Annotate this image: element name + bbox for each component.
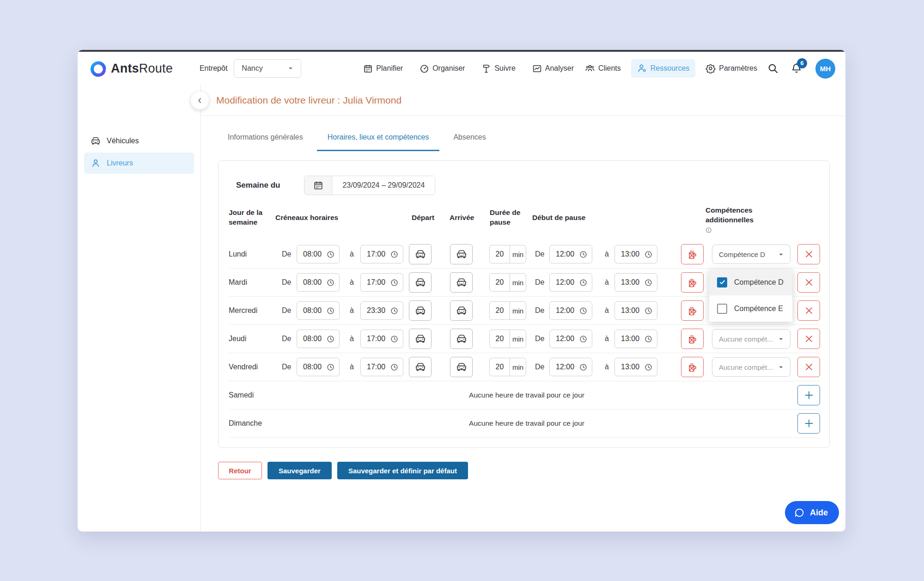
- start-time-input[interactable]: 08:00: [297, 301, 340, 320]
- pause-end-input[interactable]: 13:00: [614, 358, 657, 376]
- start-time-input[interactable]: 08:00: [297, 358, 340, 376]
- nav-item-analyser[interactable]: Analyser: [532, 64, 574, 73]
- pause-start-input[interactable]: 12:00: [549, 358, 592, 376]
- arrival-location-button[interactable]: [450, 244, 473, 264]
- end-time-input[interactable]: 17:00: [360, 245, 403, 263]
- pause-duration-input[interactable]: 20min: [489, 358, 526, 376]
- pause-duration-input[interactable]: 20min: [489, 245, 526, 263]
- delete-row-button[interactable]: [797, 300, 820, 321]
- pause-start-input[interactable]: 12:00: [549, 245, 592, 263]
- remove-break-button[interactable]: [681, 357, 704, 377]
- sidebar: Véhicules Livreurs: [78, 85, 201, 532]
- car-icon: [415, 277, 426, 288]
- checkbox-checked[interactable]: [717, 277, 727, 287]
- arrival-location-button[interactable]: [450, 357, 473, 377]
- save-button[interactable]: Sauvegarder: [267, 462, 332, 479]
- departure-location-button[interactable]: [409, 300, 432, 321]
- remove-break-button[interactable]: [681, 244, 704, 264]
- row-jeudi: Jeudi De 08:00 à 17:00 20min De 12:00 à …: [229, 325, 819, 353]
- nav-item-parametres[interactable]: Paramètres: [705, 63, 757, 73]
- no-break-icon: [687, 305, 698, 317]
- departure-location-button[interactable]: [409, 357, 432, 377]
- skills-dropdown[interactable]: Aucune compét...: [712, 329, 790, 349]
- add-schedule-button[interactable]: [797, 413, 820, 434]
- clock-icon: [390, 307, 398, 315]
- skills-dropdown[interactable]: Aucune compét...: [712, 357, 790, 377]
- add-schedule-button[interactable]: [797, 385, 820, 405]
- start-time-input[interactable]: 08:00: [297, 245, 340, 263]
- col-header-arrival: Arrivée: [450, 213, 474, 223]
- clock-icon: [390, 251, 398, 258]
- arrival-location-button[interactable]: [450, 272, 473, 293]
- remove-break-button[interactable]: [681, 300, 704, 321]
- sidebar-item-livreurs[interactable]: Livreurs: [84, 153, 194, 174]
- end-time-input[interactable]: 17:00: [360, 273, 403, 292]
- notifications-button[interactable]: 6: [790, 62, 802, 74]
- delete-row-button[interactable]: [797, 357, 820, 377]
- tab-absences[interactable]: Absences: [453, 133, 486, 151]
- delete-row-button[interactable]: [797, 244, 820, 264]
- start-time-input[interactable]: 08:00: [297, 273, 340, 292]
- car-icon: [456, 249, 467, 260]
- back-action-button[interactable]: Retour: [218, 462, 262, 479]
- departure-location-button[interactable]: [409, 329, 432, 349]
- pause-start-input[interactable]: 12:00: [549, 273, 592, 292]
- car-icon: [415, 361, 426, 373]
- warehouse-select[interactable]: Nancy: [234, 59, 301, 78]
- search-button[interactable]: [767, 63, 778, 74]
- departure-location-button[interactable]: [409, 272, 432, 293]
- remove-break-button[interactable]: [681, 329, 704, 349]
- remove-break-button[interactable]: [681, 272, 704, 293]
- week-picker[interactable]: 23/09/2024 – 29/09/2024: [304, 176, 435, 195]
- tab-horaires-lieux-competences[interactable]: Horaires, lieux et compétences: [317, 133, 440, 151]
- back-button[interactable]: [191, 92, 209, 110]
- pause-duration-input[interactable]: 20min: [489, 301, 526, 320]
- nav-item-ressources[interactable]: Ressources: [631, 59, 695, 78]
- col-header-pause-duration: Durée de pause: [490, 208, 523, 227]
- end-time-input[interactable]: 23:30: [360, 301, 403, 320]
- help-button[interactable]: Aide: [785, 501, 839, 524]
- tab-informations-generales[interactable]: Informations générales: [228, 133, 303, 151]
- close-icon: [804, 334, 814, 344]
- checkbox-unchecked[interactable]: [717, 304, 727, 314]
- skills-dropdown[interactable]: Compétence D: [712, 245, 790, 264]
- pause-start-input[interactable]: 12:00: [549, 330, 592, 348]
- skills-option-competence-e[interactable]: Compétence E: [709, 295, 792, 322]
- pause-end-input[interactable]: 13:00: [614, 245, 657, 263]
- calendar-icon: [304, 176, 332, 195]
- no-break-icon: [687, 333, 698, 345]
- pause-end-input[interactable]: 13:00: [614, 330, 657, 348]
- nav-item-suivre[interactable]: Suivre: [481, 64, 515, 73]
- skills-option-competence-d[interactable]: Compétence D: [709, 269, 792, 295]
- pause-end-input[interactable]: 13:00: [614, 301, 657, 320]
- pause-start-input[interactable]: 12:00: [549, 301, 592, 320]
- delete-row-button[interactable]: [797, 272, 820, 293]
- delete-row-button[interactable]: [797, 329, 820, 349]
- week-range: 23/09/2024 – 29/09/2024: [332, 176, 435, 195]
- people-icon: [585, 63, 595, 73]
- start-time-input[interactable]: 08:00: [297, 330, 340, 348]
- sidebar-item-vehicules[interactable]: Véhicules: [84, 130, 194, 152]
- warehouse-value: Nancy: [242, 64, 262, 73]
- pause-end-input[interactable]: 13:00: [614, 273, 657, 292]
- end-time-input[interactable]: 17:00: [360, 330, 403, 348]
- avatar[interactable]: MH: [815, 59, 835, 79]
- arrival-location-button[interactable]: [450, 300, 473, 321]
- pause-duration-input[interactable]: 20min: [489, 330, 526, 348]
- end-time-input[interactable]: 17:00: [360, 358, 403, 376]
- arrival-location-button[interactable]: [450, 329, 473, 349]
- no-work-text: Aucune heure de travail pour ce jour: [234, 391, 819, 399]
- antsroute-logo: AntsRoute: [90, 60, 173, 77]
- day-label: Jeudi: [229, 335, 246, 343]
- pause-duration-input[interactable]: 20min: [489, 273, 526, 292]
- notification-badge: 6: [797, 58, 807, 68]
- nav-item-planifier[interactable]: Planifier: [363, 64, 403, 73]
- departure-location-button[interactable]: [409, 244, 432, 264]
- no-break-icon: [687, 361, 698, 373]
- nav-item-organiser[interactable]: Organiser: [419, 64, 465, 73]
- car-icon: [415, 305, 426, 316]
- logo-wordmark: AntsRoute: [111, 61, 173, 76]
- nav-item-clients[interactable]: Clients: [585, 63, 621, 73]
- row-vendredi: Vendredi De 08:00 à 17:00 20min De 12:00…: [229, 353, 819, 381]
- save-default-button[interactable]: Sauvegarder et définir par défaut: [337, 462, 468, 479]
